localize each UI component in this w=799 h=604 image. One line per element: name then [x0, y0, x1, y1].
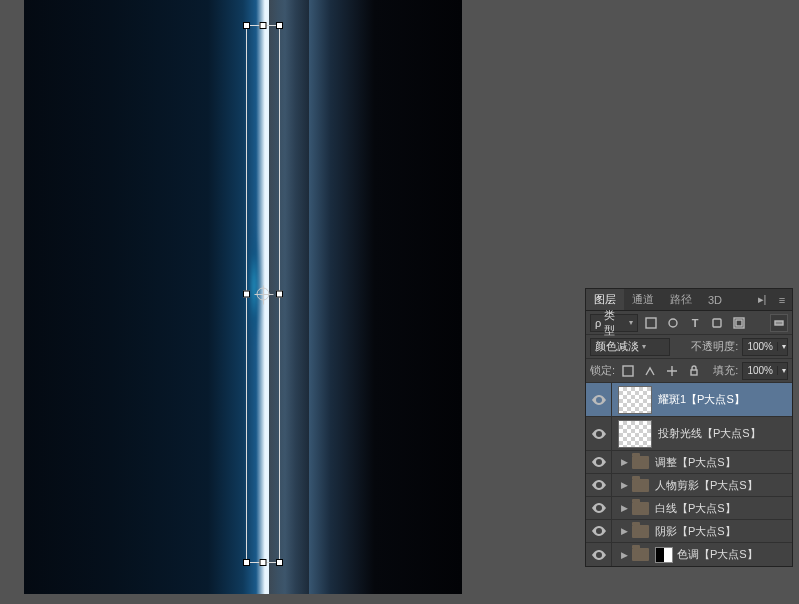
svg-rect-5 — [775, 321, 783, 325]
layer-thumbnail[interactable] — [618, 420, 652, 448]
kind-icon: ρ — [595, 317, 601, 329]
layer-group-row[interactable]: ▶ 人物剪影【P大点S】 — [586, 474, 792, 497]
folder-icon — [632, 456, 649, 469]
filter-shape-icon[interactable] — [708, 314, 726, 332]
opacity-value: 100% — [743, 341, 777, 352]
lock-all-icon[interactable] — [685, 362, 703, 380]
layer-thumbnail[interactable] — [618, 386, 652, 414]
layer-name[interactable]: 阴影【P大点S】 — [655, 524, 786, 539]
tab-3d[interactable]: 3D — [700, 289, 730, 310]
visibility-toggle[interactable] — [586, 543, 612, 566]
svg-rect-0 — [646, 318, 656, 328]
disclosure-triangle-icon[interactable]: ▶ — [618, 480, 630, 490]
layer-name[interactable]: 色调【P大点S】 — [677, 547, 786, 562]
svg-point-1 — [669, 319, 677, 327]
layer-filter-row: ρ 类型 ▾ T — [586, 311, 792, 335]
image-pillar — [269, 0, 309, 594]
layer-name[interactable]: 人物剪影【P大点S】 — [655, 478, 772, 493]
tab-channels[interactable]: 通道 — [624, 289, 662, 310]
chevron-down-icon[interactable]: ▾ — [777, 366, 787, 375]
filter-toggle-switch[interactable] — [770, 314, 788, 332]
visibility-toggle[interactable] — [586, 520, 612, 542]
layer-group-row[interactable]: ▶ 阴影【P大点S】 — [586, 520, 792, 543]
svg-rect-4 — [736, 320, 742, 326]
visibility-toggle[interactable] — [586, 383, 612, 416]
layer-list: 耀斑1【P大点S】 投射光线【P大点S】 ▶ 调整【P大点S】 ▶ 人物剪影【P… — [586, 383, 792, 566]
svg-rect-7 — [691, 370, 697, 375]
folder-icon — [632, 525, 649, 538]
disclosure-triangle-icon[interactable]: ▶ — [618, 526, 630, 536]
lock-position-icon[interactable] — [663, 362, 681, 380]
tab-paths[interactable]: 路径 — [662, 289, 700, 310]
layer-group-row[interactable]: ▶ 色调【P大点S】 — [586, 543, 792, 566]
panel-menu-icon[interactable]: ≡ — [772, 294, 792, 306]
document-image — [24, 0, 462, 594]
chevron-down-icon[interactable]: ▾ — [777, 342, 787, 351]
disclosure-triangle-icon[interactable]: ▶ — [618, 457, 630, 467]
layer-group-row[interactable]: ▶ 调整【P大点S】 — [586, 451, 792, 474]
blend-mode-select[interactable]: 颜色减淡 ▾ — [590, 338, 670, 356]
visibility-toggle[interactable] — [586, 451, 612, 473]
chevron-down-icon: ▾ — [642, 342, 646, 351]
layer-kind-select[interactable]: ρ 类型 ▾ — [590, 314, 638, 332]
visibility-toggle[interactable] — [586, 417, 612, 450]
lock-image-icon[interactable] — [641, 362, 659, 380]
filter-text-icon[interactable]: T — [686, 314, 704, 332]
filter-adjust-icon[interactable] — [664, 314, 682, 332]
panel-collapse-icon[interactable]: ▸| — [752, 293, 772, 306]
lock-label: 锁定: — [590, 363, 615, 378]
lock-row: 锁定: 填充: 100% ▾ — [586, 359, 792, 383]
layer-name[interactable]: 投射光线【P大点S】 — [658, 426, 786, 441]
layers-panel: 图层 通道 路径 3D ▸| ≡ ρ 类型 ▾ T 颜色减淡 ▾ 不透明度: 1… — [585, 288, 793, 567]
svg-rect-2 — [713, 319, 721, 327]
blend-row: 颜色减淡 ▾ 不透明度: 100% ▾ — [586, 335, 792, 359]
blend-mode-value: 颜色减淡 — [595, 339, 639, 354]
folder-icon — [632, 479, 649, 492]
visibility-toggle[interactable] — [586, 474, 612, 496]
layer-name[interactable]: 白线【P大点S】 — [655, 501, 786, 516]
opacity-label: 不透明度: — [691, 339, 738, 354]
fill-input[interactable]: 100% ▾ — [742, 362, 788, 380]
filter-pixel-icon[interactable] — [642, 314, 660, 332]
opacity-input[interactable]: 100% ▾ — [742, 338, 788, 356]
disclosure-triangle-icon[interactable]: ▶ — [618, 503, 630, 513]
canvas[interactable] — [24, 0, 462, 594]
fill-value: 100% — [743, 365, 777, 376]
svg-rect-6 — [623, 366, 633, 376]
disclosure-triangle-icon[interactable]: ▶ — [618, 550, 630, 560]
layer-kind-label: 类型 — [604, 308, 626, 338]
layer-row[interactable]: 耀斑1【P大点S】 — [586, 383, 792, 417]
layer-group-row[interactable]: ▶ 白线【P大点S】 — [586, 497, 792, 520]
adjustment-thumbnail — [655, 547, 673, 563]
fill-label: 填充: — [713, 363, 738, 378]
layer-name[interactable]: 调整【P大点S】 — [655, 455, 786, 470]
filter-smart-icon[interactable] — [730, 314, 748, 332]
folder-icon — [632, 502, 649, 515]
layer-row[interactable]: 投射光线【P大点S】 — [586, 417, 792, 451]
chevron-down-icon: ▾ — [629, 318, 633, 327]
image-glow — [247, 226, 261, 346]
lock-transparent-icon[interactable] — [619, 362, 637, 380]
layer-name[interactable]: 耀斑1【P大点S】 — [658, 392, 786, 407]
folder-icon — [632, 548, 649, 561]
visibility-toggle[interactable] — [586, 497, 612, 519]
